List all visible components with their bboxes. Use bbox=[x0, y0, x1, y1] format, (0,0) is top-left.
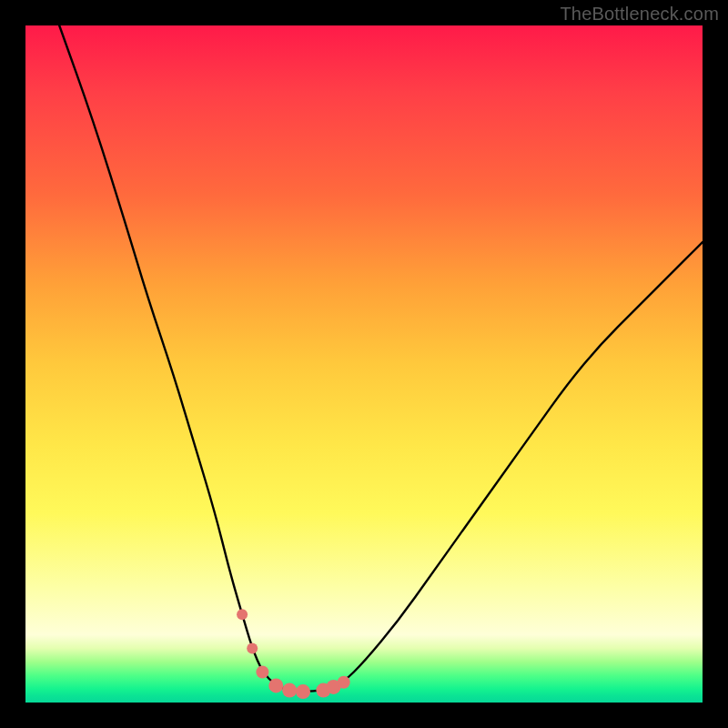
curve-layer bbox=[25, 25, 703, 703]
bottleneck-curve bbox=[59, 25, 703, 692]
highlight-dot bbox=[282, 683, 297, 698]
watermark-text: TheBottleneck.com bbox=[560, 4, 719, 25]
highlight-dot bbox=[237, 609, 248, 620]
highlight-dot bbox=[247, 643, 258, 654]
highlight-dot bbox=[256, 666, 268, 679]
highlight-dot bbox=[296, 684, 310, 699]
plot-area bbox=[25, 25, 703, 703]
highlight-dot bbox=[268, 678, 283, 693]
highlight-dot bbox=[338, 676, 350, 689]
chart-frame: TheBottleneck.com bbox=[0, 0, 728, 728]
